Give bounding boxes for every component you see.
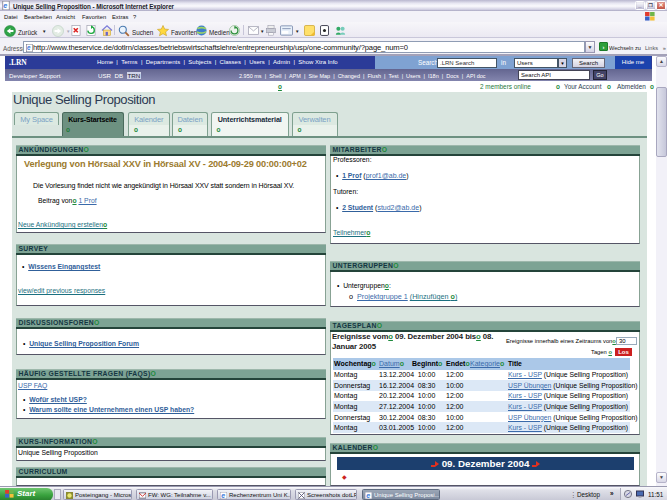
svg-text:e: e bbox=[366, 492, 370, 499]
svg-text:e: e bbox=[3, 1, 7, 10]
svg-text:e: e bbox=[221, 492, 225, 499]
svg-text:e: e bbox=[27, 44, 31, 51]
